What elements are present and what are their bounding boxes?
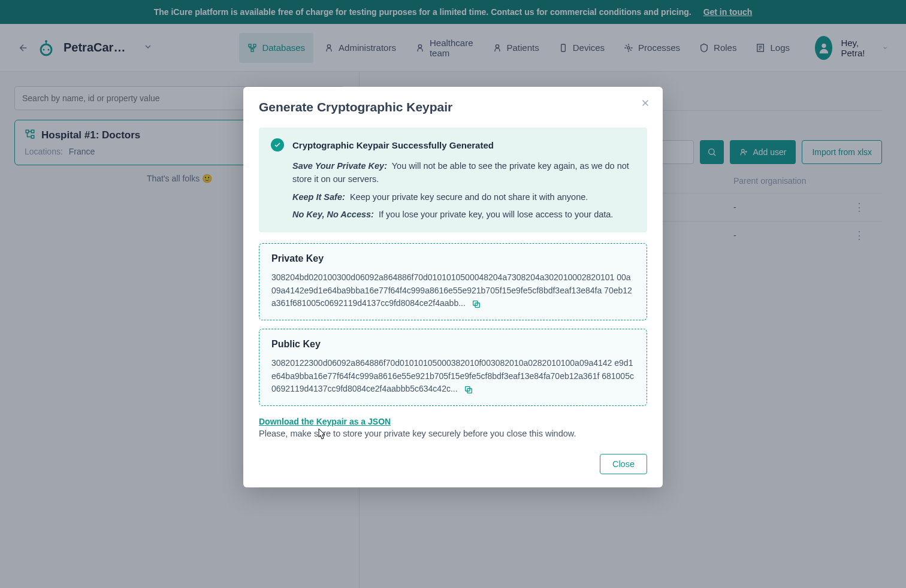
success-title: Cryptographic Keypair Successfully Gener… [292,140,494,150]
public-key-box: Public Key 30820122300d06092a864886f70d0… [259,329,647,406]
private-key-label: Private Key [271,253,635,264]
private-key-value: 308204bd020100300d06092a864886f70d010101… [271,271,635,310]
keypair-modal: Generate Cryptographic Keypair Cryptogra… [243,87,663,487]
keyline-1: Save Your Private Key: You will not be a… [292,160,635,186]
close-button[interactable]: Close [600,454,647,474]
copy-public-key-button[interactable] [464,385,473,395]
public-key-label: Public Key [271,339,635,350]
modal-title: Generate Cryptographic Keypair [259,100,647,114]
copy-icon [464,385,473,395]
keyline-3: No Key, No Access: If you lose your priv… [292,208,635,222]
modal-overlay: Generate Cryptographic Keypair Cryptogra… [0,0,906,588]
copy-private-key-button[interactable] [472,299,481,309]
private-key-box: Private Key 308204bd020100300d06092a8648… [259,243,647,320]
close-icon [640,98,651,108]
check-icon [271,138,284,151]
download-keypair-link[interactable]: Download the Keypair as a JSON [259,417,647,426]
modal-close-button[interactable] [640,98,651,111]
copy-icon [472,299,481,309]
store-warning: Please, make sure to store your private … [259,429,647,438]
keyline-2: Keep It Safe: Keep your private key secu… [292,191,635,204]
public-key-value: 30820122300d06092a864886f70d010101050003… [271,357,635,396]
success-box: Cryptographic Keypair Successfully Gener… [259,128,647,232]
